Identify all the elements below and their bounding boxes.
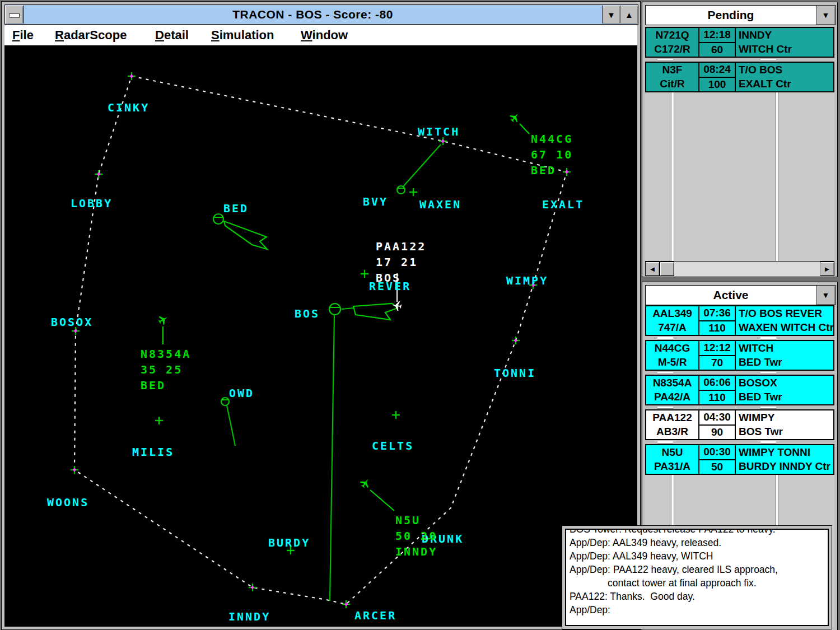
- time: 08:24: [699, 63, 735, 78]
- scroll-left-button[interactable]: ◄: [645, 262, 660, 276]
- menu-item-detail[interactable]: Detail: [155, 28, 189, 43]
- message-line: App/Dep: PAA122 heavy, cleared ILS appro…: [570, 563, 824, 576]
- altitude: 70: [699, 356, 735, 370]
- fix-label-bosox: BOSOX: [51, 316, 93, 328]
- scroll-thumb[interactable]: [660, 262, 674, 276]
- runway-arrow: [353, 304, 398, 320]
- time: 12:12: [699, 341, 735, 356]
- active-row-aal349[interactable]: AAL349747/A 07:36110 T/O BOS REVERWAXEN …: [645, 305, 834, 336]
- aircraft-type: Cit/R: [660, 78, 684, 90]
- active-row-n5u[interactable]: N5UPA31/A 00:3050 WIMPY TONNIBURDY INNDY…: [645, 444, 834, 475]
- route-line2: WITCH Ctr: [739, 43, 833, 55]
- fix-milis: [155, 417, 163, 424]
- time: 00:30: [699, 445, 735, 460]
- altitude: 60: [699, 43, 735, 57]
- active-row-paa122[interactable]: PAA122AB3/R 04:3090 WIMPYBOS Twr: [645, 409, 834, 440]
- aircraft-type: 747/A: [658, 321, 687, 334]
- route-line2: BED Twr: [739, 391, 833, 403]
- altitude: 100: [699, 78, 735, 92]
- callsign: N8354A: [653, 377, 692, 389]
- fix-witch: [439, 137, 447, 145]
- airport-bvy: [397, 144, 441, 194]
- active-row-n44cg[interactable]: N44CGM-5/R 12:1270 WITCHBED Twr: [645, 340, 834, 371]
- route-line2: BOS Twr: [739, 426, 833, 438]
- datablock-paa122[interactable]: PAA122 17 21 BOS: [376, 239, 426, 286]
- system-menu-icon: [9, 13, 20, 17]
- active-title: Active: [646, 288, 816, 302]
- fix-label-burdy: BURDY: [268, 537, 310, 548]
- menu-item-file[interactable]: File: [12, 28, 34, 43]
- fix-lobby: [95, 170, 102, 178]
- active-row-n8354a[interactable]: N8354APA42/A 06:06110 BOSOXBED Twr: [645, 375, 834, 405]
- runway-arrow: [224, 221, 267, 249]
- row-separator: [645, 405, 834, 409]
- datablock-n5u[interactable]: N5U 50 20 INNDY: [395, 512, 437, 559]
- callsign: N721Q: [655, 29, 689, 41]
- airport-label-bvy: BVY: [363, 196, 388, 207]
- fix-label-woons: WOONS: [47, 497, 89, 508]
- aircraft-type: PA42/A: [654, 391, 690, 403]
- route-line1: T/O BOS REVER: [739, 307, 833, 320]
- time: 12:18: [699, 28, 735, 43]
- message-line: contact tower at final approach fix.: [570, 576, 824, 590]
- callsign: N44CG: [655, 342, 690, 354]
- fix-tonni: [512, 337, 520, 344]
- message-log[interactable]: BOS Tower: Request release PAA122 to hea…: [565, 529, 829, 626]
- pending-horizontal-scrollbar[interactable]: ◄ ►: [645, 261, 834, 276]
- fix-celts: [392, 411, 400, 419]
- route-line1: BOSOX: [739, 377, 833, 389]
- fix-rever: [361, 270, 368, 278]
- datablock-n44cg[interactable]: N44CG 67 10 BED: [531, 131, 573, 178]
- fix-label-arcer: ARCER: [354, 610, 396, 621]
- pending-row-n721q[interactable]: N721QC172/R 12:1860 INNDYWITCH Ctr: [645, 27, 834, 58]
- altitude: 110: [699, 391, 735, 405]
- aircraft-n8354a[interactable]: [157, 313, 169, 344]
- main-window: TRACON - BOS - Score: -80 ▼ ▲ FileRadarS…: [1, 1, 641, 630]
- menu-item-simulation[interactable]: Simulation: [211, 28, 274, 43]
- menu-item-radarscope[interactable]: RadarScope: [55, 28, 127, 43]
- active-title-bar: Active ▼: [645, 285, 836, 305]
- scroll-right-button[interactable]: ►: [820, 262, 834, 276]
- message-log-window: BOS Tower: Request release PAA122 to hea…: [562, 525, 832, 629]
- minimize-button[interactable]: ▼: [602, 6, 620, 24]
- fix-label-tonni: TONNI: [494, 367, 536, 379]
- scroll-track[interactable]: [674, 262, 820, 276]
- radar-scope[interactable]: CINKYLOBBYBOSOXWOONSINNDYARCERDRUNKTONNI…: [4, 46, 637, 627]
- route-line1: WITCH: [739, 342, 833, 354]
- callsign: N3F: [662, 64, 683, 76]
- row-separator: [645, 440, 834, 444]
- row-separator: [645, 58, 834, 62]
- pending-dropdown-button[interactable]: ▼: [816, 6, 835, 25]
- window-title: TRACON - BOS - Score: -80: [24, 8, 602, 21]
- fix-inndy: [249, 584, 256, 591]
- airport-owd: [221, 398, 235, 446]
- menu-bar: FileRadarScopeDetailSimulationWindow: [4, 25, 637, 46]
- fix-label-lobby: LOBBY: [71, 198, 113, 209]
- airport-label-bos: BOS: [295, 308, 320, 319]
- system-menu-button[interactable]: [5, 6, 24, 24]
- aircraft-n5u[interactable]: [359, 477, 394, 511]
- fix-label-milis: MILIS: [132, 446, 174, 458]
- fix-waxen: [409, 188, 417, 196]
- sector-boundary: [74, 76, 567, 604]
- altitude: 90: [699, 426, 735, 440]
- fix-woons: [71, 466, 78, 474]
- fix-label-celts: CELTS: [372, 440, 414, 451]
- datablock-n8354a[interactable]: N8354A 35 25 BED: [141, 346, 191, 393]
- pending-window: Pending ▼ N721QC172/R 12:1860 INNDYWITCH…: [642, 2, 838, 277]
- title-bar[interactable]: TRACON - BOS - Score: -80 ▼ ▲: [4, 4, 638, 25]
- maximize-button[interactable]: ▲: [620, 6, 638, 24]
- pending-row-n3f[interactable]: N3FCit/R 08:24100 T/O BOSEXALT Ctr: [645, 62, 834, 92]
- aircraft-icon: [359, 477, 372, 489]
- time: 04:30: [699, 410, 735, 426]
- route-line2: BURDY INNDY Ctr: [739, 460, 833, 473]
- leader-line: [520, 124, 529, 134]
- fix-label-cinky: CINKY: [108, 102, 150, 113]
- active-dropdown-button[interactable]: ▼: [816, 286, 835, 305]
- aircraft-n44cg[interactable]: [508, 111, 529, 134]
- message-line: BOS Tower: Request release PAA122 to hea…: [570, 529, 824, 536]
- callsign: N5U: [661, 446, 683, 459]
- menu-item-window[interactable]: Window: [301, 28, 348, 43]
- time: 07:36: [699, 306, 735, 321]
- aircraft-type: M-5/R: [658, 356, 687, 368]
